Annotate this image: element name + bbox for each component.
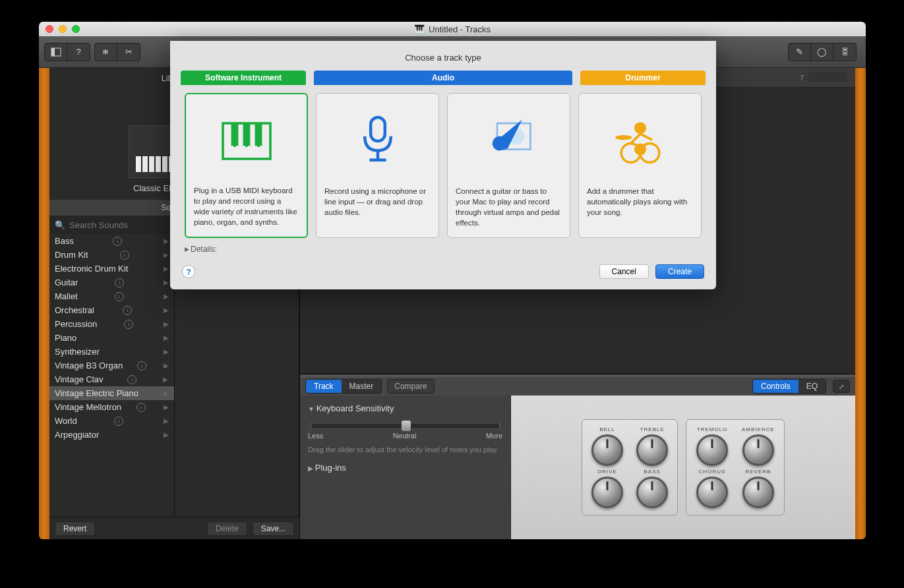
download-icon[interactable]: ↓ xyxy=(115,278,124,287)
library-toggle-button[interactable] xyxy=(45,44,67,61)
plugins-header[interactable]: Plug-ins xyxy=(308,463,502,473)
close-window[interactable] xyxy=(45,25,53,33)
knob-treble[interactable]: Treble xyxy=(636,426,668,466)
download-icon[interactable]: ↓ xyxy=(127,375,136,384)
svg-rect-8 xyxy=(255,123,262,146)
svg-point-17 xyxy=(634,144,646,156)
download-icon[interactable]: ↓ xyxy=(115,292,124,301)
download-icon[interactable]: ↓ xyxy=(120,250,129,260)
svg-point-18 xyxy=(634,122,646,134)
category-item[interactable]: Mallet↓▶ xyxy=(49,289,174,303)
chevron-right-icon: ▶ xyxy=(164,237,169,245)
track-type-card[interactable]: Record using a microphone or line input … xyxy=(316,93,439,238)
svg-rect-1 xyxy=(51,48,55,56)
knob-group-left: BellTrebleDriveBass xyxy=(582,419,678,515)
knob-reverb[interactable]: Reverb xyxy=(742,469,775,508)
notepad-button[interactable]: ✎ xyxy=(789,44,811,61)
scissors-button[interactable]: ✂ xyxy=(117,44,140,61)
tag-drummer: Drummer xyxy=(580,71,706,85)
category-item[interactable]: Arpeggiator▶ xyxy=(49,428,174,442)
keyboard-sensitivity-header[interactable]: Keyboard Sensitivity xyxy=(308,403,502,413)
category-item[interactable]: Drum Kit↓▶ xyxy=(49,248,174,262)
zoom-window[interactable] xyxy=(72,25,80,33)
knob-chorus[interactable]: Chorus xyxy=(696,469,729,508)
compare-button[interactable]: Compare xyxy=(387,379,434,394)
card-icon xyxy=(456,103,562,179)
create-button[interactable]: Create xyxy=(655,264,704,279)
inspector-panel: Track Master Compare Controls EQ ⤢ xyxy=(300,374,855,539)
knob-tremolo[interactable]: Tremolo xyxy=(696,426,729,466)
save-button[interactable]: Save... xyxy=(253,521,294,536)
download-icon[interactable]: ↓ xyxy=(124,320,133,329)
download-icon[interactable]: ↓ xyxy=(114,417,123,426)
tab-track[interactable]: Track xyxy=(306,380,342,393)
track-type-card[interactable]: Connect a guitar or bass to your Mac to … xyxy=(447,93,570,238)
knob-bell[interactable]: Bell xyxy=(591,426,623,466)
details-toggle[interactable]: Details: xyxy=(170,238,716,260)
category-item[interactable]: Vintage Mellotron↓▶ xyxy=(49,400,174,414)
dialog-help-button[interactable]: ? xyxy=(182,265,195,278)
category-item[interactable]: Electronic Drum Kit▶ xyxy=(49,262,174,276)
category-item[interactable]: Vintage B3 Organ↓▶ xyxy=(49,359,174,372)
slider-thumb[interactable] xyxy=(402,421,411,431)
tab-master[interactable]: Master xyxy=(342,380,382,393)
smart-controls: BellTrebleDriveBass TremoloAmbienceChoru… xyxy=(511,396,855,539)
download-icon[interactable]: ↓ xyxy=(137,361,146,370)
wood-panel-right xyxy=(855,68,866,539)
category-item[interactable]: Synthesizer▶ xyxy=(49,345,174,359)
card-description: Record using a microphone or line input … xyxy=(324,186,431,228)
download-icon[interactable]: ↓ xyxy=(136,403,146,412)
card-description: Add a drummer that automatically plays a… xyxy=(587,186,693,228)
smart-controls-button[interactable]: ⛯ xyxy=(95,44,117,61)
chevron-right-icon: ▶ xyxy=(164,265,169,272)
tab-controls[interactable]: Controls xyxy=(753,380,799,393)
zoom-slider[interactable] xyxy=(808,72,847,82)
chevron-right-icon: ▶ xyxy=(164,348,169,355)
minimize-window[interactable] xyxy=(59,25,67,33)
svg-rect-6 xyxy=(231,123,238,146)
category-item[interactable]: Piano▶ xyxy=(49,331,174,345)
category-item[interactable]: Percussion↓▶ xyxy=(49,317,174,331)
card-icon xyxy=(587,103,693,179)
knob-group-right: TremoloAmbienceChorusReverb xyxy=(686,419,785,515)
download-icon[interactable]: ↓ xyxy=(123,306,132,315)
category-item[interactable]: Vintage Electric Piano▶ xyxy=(49,386,174,400)
category-item[interactable]: Bass↓▶ xyxy=(49,234,174,248)
chevron-right-icon: ▶ xyxy=(164,431,169,438)
document-icon: 🎹 xyxy=(414,24,425,34)
track-type-card[interactable]: Plug in a USB MIDI keyboard to play and … xyxy=(185,93,308,238)
expand-button[interactable]: ⤢ xyxy=(833,380,850,393)
delete-button[interactable]: Delete xyxy=(207,521,247,536)
slider-label-neutral: Neutral xyxy=(393,432,416,440)
help-button[interactable]: ? xyxy=(67,44,90,61)
card-icon xyxy=(194,103,299,179)
knob-bass[interactable]: Bass xyxy=(636,469,668,508)
track-type-card[interactable]: Add a drummer that automatically plays a… xyxy=(578,93,702,238)
chevron-right-icon: ▶ xyxy=(164,307,169,314)
svg-point-14 xyxy=(492,136,506,151)
track-inspector: Keyboard Sensitivity Less Neutral More D… xyxy=(300,396,511,539)
titlebar: 🎹 Untitled - Tracks xyxy=(39,22,866,36)
chevron-right-icon: ▶ xyxy=(163,376,168,383)
knob-drive[interactable]: Drive xyxy=(591,469,623,508)
loop-browser-button[interactable]: ◯ xyxy=(811,44,833,61)
knob-ambience[interactable]: Ambience xyxy=(742,426,775,466)
chevron-right-icon: ▶ xyxy=(164,251,169,258)
category-item[interactable]: World↓▶ xyxy=(49,414,174,428)
category-item[interactable]: Vintage Clav↓▶ xyxy=(49,372,174,386)
card-icon xyxy=(324,103,431,179)
chevron-right-icon: ▶ xyxy=(164,320,169,328)
tab-eq[interactable]: EQ xyxy=(799,380,826,393)
wood-panel-left xyxy=(39,68,49,539)
sensitivity-slider[interactable] xyxy=(311,424,500,428)
revert-button[interactable]: Revert xyxy=(55,521,95,536)
category-item[interactable]: Guitar↓▶ xyxy=(49,276,174,289)
ruler-marker: 7 xyxy=(800,74,804,82)
media-browser-button[interactable]: 🎛 xyxy=(833,44,856,61)
category-item[interactable]: Orchestral↓▶ xyxy=(49,303,174,317)
chevron-right-icon: ▶ xyxy=(164,279,169,286)
cancel-button[interactable]: Cancel xyxy=(599,264,649,279)
download-icon[interactable]: ↓ xyxy=(113,237,122,246)
library-footer: Revert Delete Save... xyxy=(49,517,299,539)
slider-description: Drag the slider to adjust the velocity l… xyxy=(308,445,502,455)
